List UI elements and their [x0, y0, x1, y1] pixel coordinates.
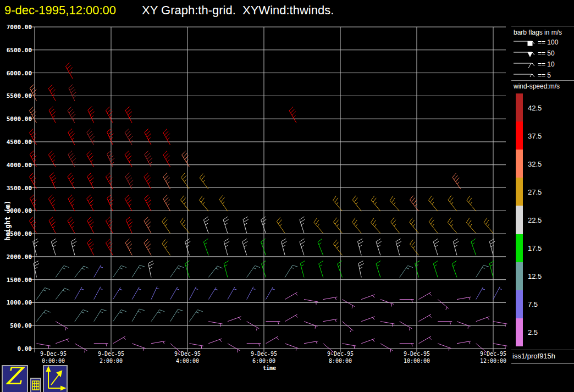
wind-barb	[415, 261, 420, 277]
wind-barb	[457, 297, 471, 300]
x-tick-date: 9-Dec-95	[468, 350, 518, 357]
wind-speed-colorbar	[516, 93, 523, 346]
x-tick-time: 12:00:00	[468, 357, 518, 365]
wind-barb	[418, 336, 431, 344]
barb-flag-legend-row: == 10	[512, 59, 573, 70]
wind-barb	[396, 239, 401, 255]
y-tick-label: 5000.00	[1, 115, 32, 123]
wind-barb	[48, 85, 56, 101]
plot-area[interactable]: 7000.006500.006000.005500.005000.004500.…	[0, 22, 511, 392]
wind-barb	[300, 217, 305, 233]
wind-barb	[361, 317, 374, 322]
zebra-logo-button[interactable]: Z	[2, 365, 28, 392]
wind-barb	[69, 85, 76, 101]
wind-barb	[352, 196, 361, 211]
wind-barb	[304, 322, 317, 329]
wind-barb	[342, 344, 356, 349]
wind-barb	[489, 239, 495, 255]
colorbar-value: 42.5	[528, 104, 555, 112]
wind-barb	[380, 344, 393, 352]
wind-barb	[400, 266, 413, 277]
y-tick-label: 0.00	[1, 345, 32, 352]
x-tick-date: 9-Dec-95	[163, 350, 212, 357]
wind-barb-plot[interactable]	[0, 22, 511, 370]
wind-barb	[162, 217, 170, 233]
colorbar-segment	[516, 206, 523, 234]
wind-barb	[333, 240, 342, 255]
wind-barb	[466, 218, 476, 234]
x-tick-time: 2:00:00	[86, 357, 136, 365]
wind-barb	[87, 129, 95, 145]
x-tick-date: 9-Dec-95	[86, 350, 136, 357]
wind-barb	[33, 239, 38, 255]
wind-barb	[400, 300, 414, 302]
wind-barb	[338, 261, 343, 277]
wind-barb	[457, 341, 471, 344]
wind-barb	[493, 344, 507, 349]
y-tick-label: 1000.00	[1, 299, 32, 306]
wind-barb	[145, 195, 151, 211]
wind-barb	[94, 265, 103, 278]
wind-barb	[390, 196, 399, 211]
wind-barb	[266, 336, 278, 344]
x-tick-date: 9-Dec-95	[239, 350, 289, 357]
colorbar-value: 27.5	[528, 188, 555, 196]
wind-barb	[261, 239, 266, 255]
wind-barb	[125, 107, 132, 123]
wind-barb	[94, 287, 103, 300]
wind-barb	[87, 217, 94, 233]
barb-flag-value: == 100	[538, 38, 558, 46]
wind-barb	[68, 195, 75, 211]
y-tick-label: 500.00	[1, 322, 32, 329]
wind-barb	[132, 344, 145, 351]
x-tick-label: 9-Dec-956:00:00	[239, 350, 289, 365]
speed-legend-header: wind-speed:m/s	[514, 82, 560, 90]
wind-barb	[163, 129, 170, 145]
wind-barb	[113, 266, 126, 277]
wind-barb	[145, 129, 151, 145]
wind-barb	[87, 239, 94, 256]
wind-barb	[493, 287, 502, 300]
wind-barb	[358, 261, 364, 277]
wind-barb	[125, 129, 133, 145]
wind-barb	[410, 196, 418, 211]
wind-barb	[203, 239, 208, 255]
wind-barb	[247, 266, 260, 277]
colorbar-segment	[516, 122, 523, 150]
wind-barb	[126, 217, 133, 233]
wind-barb	[68, 129, 75, 145]
wind-barb	[56, 266, 69, 277]
y-tick-label: 1500.00	[1, 277, 32, 284]
wind-barb	[106, 107, 113, 123]
xy-graph-tool-button[interactable]	[43, 365, 68, 392]
wind-barb	[163, 173, 170, 189]
wind-barb	[224, 239, 229, 255]
colorbar-segment	[516, 234, 523, 262]
x-axis-label: time	[247, 365, 291, 371]
x-tick-label: 9-Dec-9512:00:00	[468, 350, 518, 365]
wind-barb	[51, 239, 57, 255]
wind-barb	[247, 322, 260, 330]
title-datetime: 9-dec-1995,12:00:00	[4, 3, 116, 18]
full-barb-10-icon	[512, 60, 537, 69]
wind-barb	[75, 266, 89, 277]
wind-barb	[75, 310, 88, 321]
wind-barb	[223, 217, 229, 233]
x-tick-time: 8:00:00	[316, 357, 365, 365]
wind-barb	[429, 218, 438, 233]
barb-flag-legend-row: == 5	[512, 70, 573, 81]
wind-barb	[228, 317, 241, 322]
y-tick-label: 5500.00	[1, 92, 32, 100]
wind-barb	[113, 310, 126, 321]
wind-barb	[318, 239, 323, 255]
wind-barb	[132, 287, 141, 300]
wind-barb	[208, 288, 218, 300]
wind-barb	[125, 239, 132, 256]
wind-barb	[151, 286, 159, 300]
colorbar-value: 17.5	[528, 244, 555, 252]
wind-barb	[410, 240, 418, 255]
grid-tool-button[interactable]	[30, 378, 41, 392]
x-tick-time: 6:00:00	[239, 357, 289, 365]
wind-barb	[180, 196, 189, 211]
x-tick-label: 9-Dec-950:00:00	[29, 350, 78, 365]
